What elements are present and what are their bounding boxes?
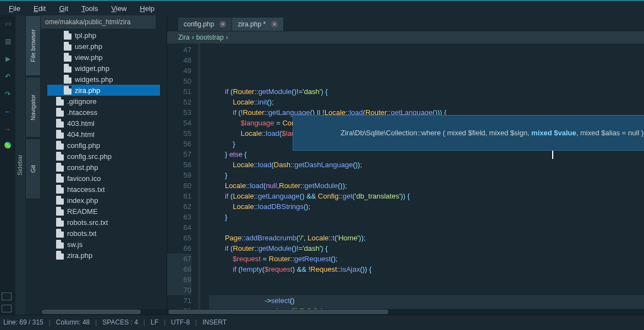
file-name: robots.src.txt xyxy=(67,218,108,227)
menu-view[interactable]: View xyxy=(104,2,133,15)
tree-item[interactable]: tpl.php xyxy=(41,30,167,41)
file-name: zira.php xyxy=(75,86,100,95)
new-file-icon[interactable]: ▭ xyxy=(3,19,13,29)
tooltip-suffix: , mixed $alias = null ) xyxy=(576,129,643,137)
file-icon xyxy=(56,185,64,194)
run-icon[interactable]: ▶ xyxy=(3,54,13,64)
menu-help[interactable]: Help xyxy=(133,2,161,15)
file-browser: ome/makaka/public_html/zira tpl.phpuser.… xyxy=(41,15,167,315)
editor-tab[interactable]: zira.php *× xyxy=(232,18,283,31)
panel-tab-filebrowser[interactable]: File browser xyxy=(25,15,41,76)
panel-tab-navigator[interactable]: Navigator xyxy=(25,77,41,138)
tree-item[interactable]: widgets.php xyxy=(41,74,167,85)
status-spaces[interactable]: SPACES : 4 xyxy=(102,318,137,326)
crumb-1[interactable]: bootstrap xyxy=(196,34,224,41)
chevron-right-icon: › xyxy=(192,34,194,41)
file-name: widget.php xyxy=(75,64,109,73)
tree-scrollbar[interactable] xyxy=(41,309,167,315)
tree-item[interactable]: robots.src.txt xyxy=(41,217,167,228)
path-bar[interactable]: ome/makaka/public_html/zira xyxy=(41,15,167,29)
file-icon xyxy=(56,130,64,139)
file-name: config.src.php xyxy=(67,152,112,161)
main-area: ▭ ▥ ▶ ↶ ↷ ← → Sidebar File browser Navig… xyxy=(0,15,644,315)
editor-tab[interactable]: config.php× xyxy=(178,18,232,31)
chevron-right-icon: › xyxy=(226,34,228,41)
forward-icon[interactable]: → xyxy=(3,124,13,134)
breadcrumb[interactable]: Zira › bootstrap › xyxy=(167,31,644,43)
color-icon[interactable] xyxy=(4,142,11,148)
open-icon[interactable]: ▥ xyxy=(3,36,13,46)
sidebar-label: Sidebar xyxy=(15,15,25,315)
menu-tools[interactable]: Tools xyxy=(75,2,104,15)
tree-item[interactable]: .htaccess xyxy=(41,107,167,118)
file-name: tpl.php xyxy=(75,31,96,40)
file-name: const.php xyxy=(67,163,98,172)
menubar: FileEditGitToolsViewHelp xyxy=(0,0,644,15)
tooltip-active-param: mixed $value xyxy=(531,129,576,137)
undo-icon[interactable]: ↶ xyxy=(3,72,13,81)
file-icon xyxy=(56,218,64,227)
line-gutter: 4748495051525354555657585960616263646566… xyxy=(167,43,200,309)
status-lf[interactable]: LF xyxy=(151,318,158,326)
panel-tab-git[interactable]: Git xyxy=(25,139,41,199)
file-icon xyxy=(56,97,64,106)
activity-bar: ▭ ▥ ▶ ↶ ↷ ← → xyxy=(0,15,15,315)
file-icon xyxy=(56,108,64,117)
tree-item[interactable]: config.src.php xyxy=(41,151,167,162)
tree-item[interactable]: index.php xyxy=(41,195,167,206)
tree-item[interactable]: view.php xyxy=(41,52,167,63)
tree-item[interactable]: 404.html xyxy=(41,129,167,140)
statusbar: Line: 69 / 315| Column: 48| SPACES : 4| … xyxy=(0,315,644,329)
file-name: 403.html xyxy=(67,119,95,128)
tree-item[interactable]: robots.txt xyxy=(41,228,167,239)
status-mode[interactable]: INSERT xyxy=(202,318,227,326)
status-enc[interactable]: UTF-8 xyxy=(171,318,190,326)
editor-scrollbar[interactable] xyxy=(167,309,644,315)
menu-git[interactable]: Git xyxy=(52,2,75,15)
tree-item[interactable]: zira.php xyxy=(47,85,160,96)
editor-tabs: config.php×zira.php *× xyxy=(167,15,644,31)
crumb-0[interactable]: Zira xyxy=(178,34,190,41)
file-icon xyxy=(64,53,71,62)
file-icon xyxy=(56,119,64,128)
file-icon xyxy=(64,42,71,51)
status-line[interactable]: Line: 69 / 315 xyxy=(3,318,43,326)
code-editor[interactable]: 4748495051525354555657585960616263646566… xyxy=(167,43,644,309)
tree-item[interactable]: user.php xyxy=(41,41,167,52)
tab-label: zira.php * xyxy=(238,20,266,28)
file-icon xyxy=(56,152,64,161)
code-content[interactable]: Zira\Db\Sqlite\Collection::where ( mixed… xyxy=(200,43,644,309)
status-col[interactable]: Column: 48 xyxy=(56,318,90,326)
file-name: htaccess.txt xyxy=(67,185,105,194)
tree-item[interactable]: zira.php xyxy=(41,250,167,261)
tree-item[interactable]: .gitignore xyxy=(41,96,167,107)
tree-item[interactable]: htaccess.txt xyxy=(41,184,167,195)
tree-item[interactable]: favicon.ico xyxy=(41,173,167,184)
close-icon[interactable]: × xyxy=(271,21,278,28)
tree-item[interactable]: README xyxy=(41,206,167,217)
redo-icon[interactable]: ↷ xyxy=(3,89,13,99)
panel-tabs: File browser Navigator Git xyxy=(25,15,41,315)
file-name: index.php xyxy=(67,196,98,205)
tree-item[interactable]: sw.js xyxy=(41,239,167,250)
signature-tooltip: Zira\Db\Sqlite\Collection::where ( mixed… xyxy=(293,115,644,151)
panel-toggle-1-icon[interactable] xyxy=(2,293,12,300)
tree-item[interactable]: widget.php xyxy=(41,63,167,74)
file-tree[interactable]: tpl.phpuser.phpview.phpwidget.phpwidgets… xyxy=(41,29,167,309)
back-icon[interactable]: ← xyxy=(3,107,13,117)
file-icon xyxy=(64,75,71,84)
file-name: zira.php xyxy=(67,251,92,260)
tree-item[interactable]: config.php xyxy=(41,140,167,151)
panel-toggle-2-icon[interactable] xyxy=(2,305,12,312)
menu-file[interactable]: File xyxy=(2,2,27,15)
file-icon xyxy=(56,207,64,216)
file-icon xyxy=(56,163,64,172)
tree-item[interactable]: 403.html xyxy=(41,118,167,129)
file-icon xyxy=(56,174,64,183)
close-icon[interactable]: × xyxy=(219,21,226,28)
tooltip-prefix: Zira\Db\Sqlite\Collection::where ( mixed… xyxy=(340,129,531,137)
menu-edit[interactable]: Edit xyxy=(27,2,52,15)
tree-item[interactable]: const.php xyxy=(41,162,167,173)
file-name: 404.html xyxy=(67,130,95,139)
file-icon xyxy=(56,141,64,150)
